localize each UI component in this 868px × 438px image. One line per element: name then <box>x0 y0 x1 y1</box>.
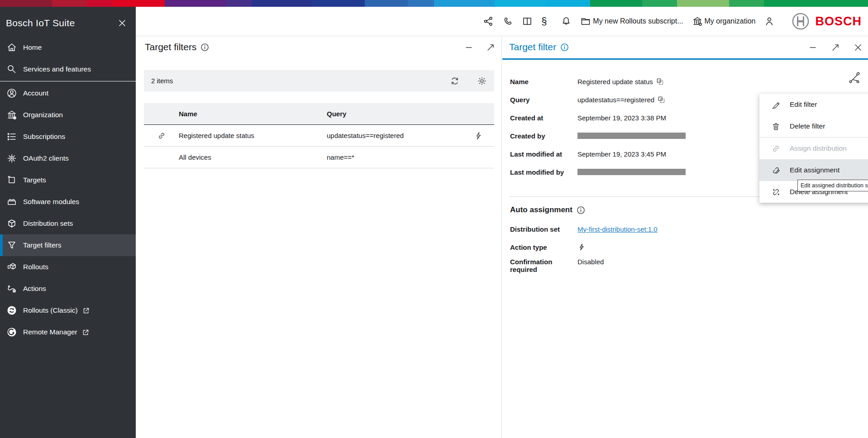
detail-field-query: Query updatestatus==registered <box>510 90 791 109</box>
sidebar-item-distribution-sets[interactable]: Distribution sets <box>0 213 136 234</box>
table-row[interactable]: All devices name==* <box>144 147 494 168</box>
forced-action-bolt-icon <box>577 243 586 251</box>
table-row[interactable]: Registered update status updatestatus==r… <box>144 125 494 147</box>
sidebar-close-icon[interactable] <box>118 19 127 28</box>
subscription-folder-icon <box>580 16 591 27</box>
sidebar-item-rollouts[interactable]: Rollouts <box>0 256 136 278</box>
close-icon[interactable] <box>854 43 863 52</box>
sidebar-item-remote-manager[interactable]: Remote Manager <box>0 321 136 343</box>
cell-query: name==* <box>327 153 463 161</box>
detail-field-last-modified-at: Last modified at September 19, 2023 3:45… <box>510 145 791 163</box>
sidebar-item-label: Remote Manager <box>23 328 77 336</box>
sidebar-item-label: Software modules <box>23 198 79 206</box>
filters-toolbar: 2 items <box>144 70 494 91</box>
filters-panel-controls <box>464 43 495 52</box>
panel-divider <box>501 36 502 438</box>
tools-wrench-icon[interactable] <box>849 71 861 83</box>
organization-bank-icon <box>692 16 703 27</box>
info-icon[interactable] <box>560 43 569 52</box>
detail-fields: Name Registered update status Query upda… <box>510 72 791 181</box>
menu-item-delete-filter[interactable]: Delete filter <box>759 115 868 137</box>
notifications-icon[interactable] <box>561 16 572 27</box>
auto-field-confirmation: Confirmation required Disabled <box>510 256 791 274</box>
expand-icon[interactable] <box>486 43 495 52</box>
organization-switcher[interactable]: My organization <box>692 16 756 27</box>
expand-icon[interactable] <box>831 43 840 52</box>
user-icon[interactable] <box>764 16 775 27</box>
rollouts-icon <box>6 262 17 272</box>
items-count: 2 items <box>151 77 173 85</box>
sidebar-item-targets[interactable]: Targets <box>0 169 136 191</box>
manual-icon[interactable] <box>522 16 533 27</box>
redacted-value <box>577 133 686 139</box>
sidebar-divider <box>0 81 136 81</box>
sidebar-item-actions[interactable]: Actions <box>0 278 136 300</box>
minimize-icon[interactable] <box>808 43 817 52</box>
share-icon[interactable] <box>483 16 494 27</box>
sidebar-title: Bosch IoT Suite <box>6 18 75 29</box>
filters-panel-title: Target filters <box>145 42 196 52</box>
detail-panel-accent-line <box>502 58 868 60</box>
minimize-icon[interactable] <box>464 43 473 52</box>
detail-panel-controls <box>808 43 863 52</box>
column-header-name[interactable]: Name <box>179 110 327 118</box>
sidebar: Bosch IoT Suite Home Services and featur… <box>0 7 136 438</box>
sidebar-item-label: Rollouts (Classic) <box>23 306 78 314</box>
tooltip: Edit assigned distribution set <box>797 180 868 191</box>
account-icon <box>6 88 17 99</box>
sidebar-item-label: Organization <box>23 111 63 119</box>
menu-item-edit-filter[interactable]: Edit filter <box>759 94 868 115</box>
info-icon[interactable] <box>577 206 585 214</box>
sidebar-item-target-filters[interactable]: Target filters <box>0 234 136 256</box>
subscriptions-icon <box>6 131 17 142</box>
sidebar-header: Bosch IoT Suite <box>0 7 136 37</box>
sidebar-item-home[interactable]: Home <box>0 37 136 58</box>
redacted-value <box>577 169 686 175</box>
menu-item-edit-assignment[interactable]: Edit assignment <box>759 159 868 181</box>
external-link-icon <box>82 307 90 314</box>
subscription-switcher[interactable]: My new Rollouts subscript... <box>580 16 683 27</box>
search-icon <box>6 64 17 75</box>
forced-action-bolt-icon <box>474 131 483 140</box>
link-broken-icon <box>771 187 781 197</box>
auto-assignment-header: Auto assignment <box>510 205 585 214</box>
home-icon <box>6 42 17 53</box>
detail-field-created-by: Created by <box>510 127 791 145</box>
sidebar-item-services[interactable]: Services and features <box>0 58 136 80</box>
sidebar-item-oauth2-clients[interactable]: OAuth2 clients <box>0 148 136 169</box>
copy-icon[interactable] <box>658 96 665 104</box>
settings-gear-icon[interactable] <box>477 76 487 86</box>
column-header-query[interactable]: Query <box>327 110 463 118</box>
auto-field-distribution-set: Distribution set My-first-distribution-s… <box>510 220 791 238</box>
sidebar-item-label: Services and features <box>23 65 91 73</box>
legal-icon[interactable]: § <box>541 16 552 27</box>
bosch-supergraphic-strip <box>0 0 868 7</box>
sidebar-item-rollouts-classic[interactable]: Rollouts (Classic) <box>0 300 136 321</box>
bosch-logo: BOSCH <box>792 12 862 30</box>
sidebar-item-label: Target filters <box>23 241 61 249</box>
link-icon <box>157 131 166 140</box>
phone-icon[interactable] <box>502 16 513 27</box>
trash-icon <box>771 122 781 131</box>
refresh-icon[interactable] <box>450 76 460 86</box>
cell-name: All devices <box>179 153 327 161</box>
subscription-label: My new Rollouts subscript... <box>593 17 683 25</box>
detail-field-created-at: Created at September 19, 2023 3:38 PM <box>510 109 791 127</box>
sidebar-item-account[interactable]: Account <box>0 82 136 104</box>
detail-panel-title: Target filter <box>509 42 556 52</box>
sidebar-item-organization[interactable]: Organization <box>0 104 136 126</box>
sidebar-item-subscriptions[interactable]: Subscriptions <box>0 126 136 148</box>
detail-panel-header: Target filter <box>509 42 569 52</box>
copy-icon[interactable] <box>656 78 664 86</box>
auto-field-action-type: Action type <box>510 238 791 256</box>
sidebar-item-label: OAuth2 clients <box>23 154 69 162</box>
sidebar-item-software-modules[interactable]: Software modules <box>0 191 136 213</box>
rollouts-classic-icon <box>6 305 17 316</box>
bosch-logo-mark-icon <box>792 12 810 30</box>
organization-label: My organization <box>705 17 756 25</box>
cell-name: Registered update status <box>179 132 327 139</box>
info-icon[interactable] <box>200 43 209 52</box>
distribution-set-link[interactable]: My-first-distribution-set:1.0 <box>577 225 658 233</box>
link-icon <box>771 144 781 153</box>
top-header: § My new Rollouts subscript... My organi… <box>136 7 868 36</box>
